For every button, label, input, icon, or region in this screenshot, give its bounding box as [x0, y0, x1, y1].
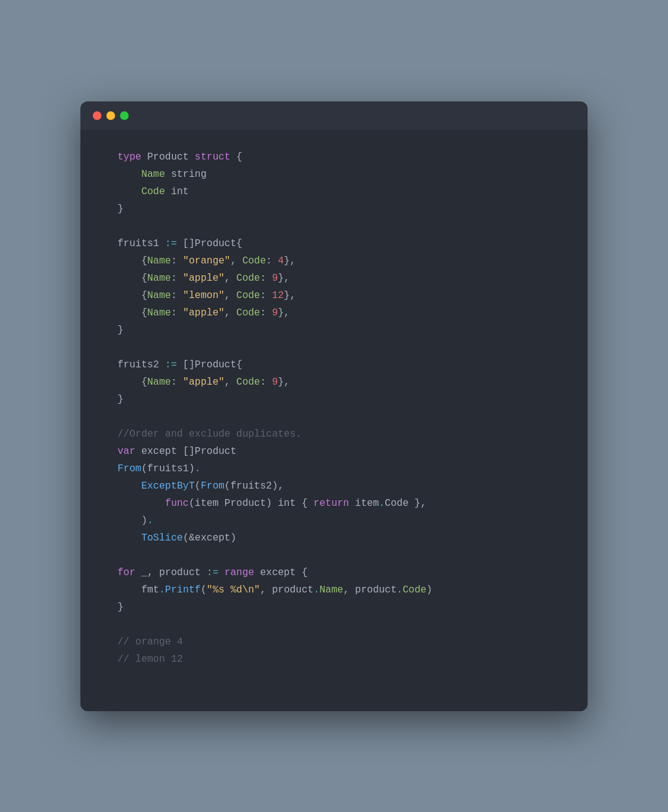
maximize-button[interactable] — [120, 111, 129, 120]
code-window: type Product struct { Name string Code i… — [80, 101, 588, 711]
code-content: type Product struct { Name string Code i… — [80, 130, 588, 686]
titlebar — [80, 101, 588, 130]
minimize-button[interactable] — [106, 111, 115, 120]
close-button[interactable] — [93, 111, 101, 120]
